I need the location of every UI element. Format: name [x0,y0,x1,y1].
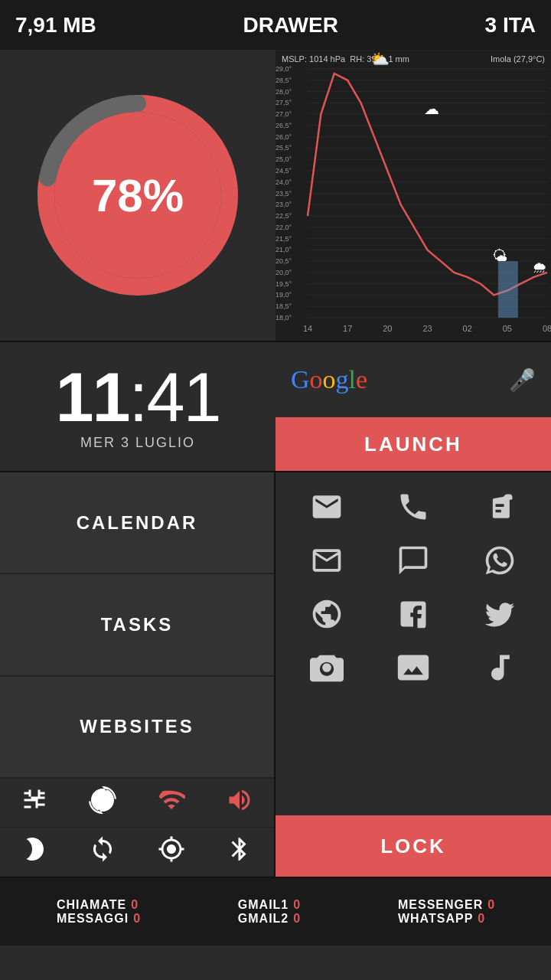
top-bar: 7,91 MB DRAWER 3 ITA [0,0,551,50]
controls-row2 [0,828,274,877]
menu-icons-row: CALENDAR TASKS WEBSITES [0,471,551,877]
donut-section: 78% [0,50,276,341]
chat-icon[interactable] [386,534,440,587]
whatsapp-icon[interactable] [473,534,527,587]
facebook-icon[interactable] [386,587,440,641]
websites-button[interactable]: WEBSITES [0,677,274,779]
bottom-bar: CHIAMATE 0 MESSAGGI 0 GMAIL1 0 GMAIL2 0 … [0,877,551,946]
google-section: Google 🎤 LAUNCH [276,342,551,471]
whatsapp-label: WHATSAPP [398,912,473,926]
drawer-label: DRAWER [243,13,337,38]
wifi-icon[interactable] [145,786,198,819]
camera-icon[interactable] [300,641,354,694]
clock-minutes: 41 [147,359,220,436]
weather-canvas [276,50,551,341]
whatsapp-count: 0 [478,912,484,926]
icon-row-2 [283,534,543,587]
twitter-icon[interactable] [473,587,527,641]
gmail2-count: 0 [293,912,300,926]
right-panel: LOCK [276,472,551,877]
donut-chart: 78% [31,88,245,302]
chiamate-count: 0 [131,898,138,912]
memory-label: 7,91 MB [15,13,96,38]
globe-icon[interactable] [300,587,354,641]
evernote-icon[interactable] [473,480,527,534]
google-logo: Google [291,365,367,394]
messaggi-count: 0 [133,912,140,926]
mail-icon[interactable] [300,534,354,587]
icon-row-1 [283,480,543,534]
google-bar[interactable]: Google 🎤 [276,342,551,417]
gallery-icon[interactable] [386,641,440,694]
launch-button[interactable]: LAUNCH [276,417,551,471]
volume-icon[interactable] [213,786,266,819]
left-menu: CALENDAR TASKS WEBSITES [0,472,276,877]
messaggi-label: MESSAGGI [57,912,129,926]
ita-label: 3 ITA [485,13,536,38]
messenger-item: MESSENGER 0 WHATSAPP 0 [398,898,494,926]
widget-row1: 78% [0,50,551,341]
gps-icon[interactable] [145,835,198,868]
gmail1-label: GMAIL1 [238,898,289,912]
clock-section: 11:41 MER 3 LUGLIO [0,342,276,471]
rotate-icon[interactable] [76,786,129,819]
gmail2-label: GMAIL2 [238,912,289,926]
widget-row2: 11:41 MER 3 LUGLIO Google 🎤 LAUNCH [0,341,551,471]
chiamate-label: CHIAMATE [57,898,126,912]
lock-button[interactable]: LOCK [276,815,551,877]
clock-time: 11:41 [55,363,220,432]
brightness-auto-icon[interactable] [8,835,61,868]
app-icons-grid [276,472,551,702]
icon-row-4 [283,641,543,694]
phone-icon[interactable] [386,480,440,534]
weather-section [276,50,551,341]
icon-row-3 [283,587,543,641]
controls-row1 [0,779,274,828]
settings-icon[interactable] [8,786,61,819]
gmail-item: GMAIL1 0 GMAIL2 0 [238,898,300,926]
clock-hours: 11 [55,359,129,436]
gmail1-count: 0 [293,898,300,912]
donut-percentage: 78% [92,169,184,222]
sync-icon[interactable] [76,835,129,868]
calendar-button[interactable]: CALENDAR [0,472,274,574]
email-icon[interactable] [300,480,354,534]
tasks-button[interactable]: TASKS [0,574,274,676]
music-icon[interactable] [473,641,527,694]
microphone-icon[interactable]: 🎤 [509,368,536,393]
bluetooth-icon[interactable] [213,835,266,868]
clock-date: MER 3 LUGLIO [80,435,195,451]
messenger-count: 0 [487,898,494,912]
chiamate-item: CHIAMATE 0 MESSAGGI 0 [57,898,140,926]
messenger-label: MESSENGER [398,898,483,912]
clock-colon: : [129,359,146,436]
